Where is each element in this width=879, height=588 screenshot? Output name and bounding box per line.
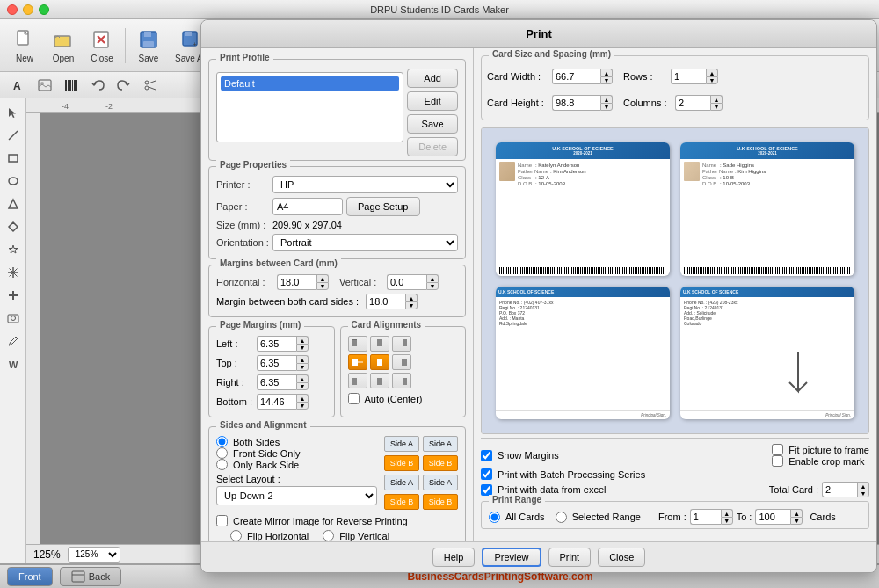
save-profile-button[interactable]: Save	[407, 114, 458, 134]
new-button[interactable]: New	[7, 24, 42, 67]
total-card-up[interactable]: ▲	[857, 482, 869, 490]
cross-tool[interactable]	[3, 285, 24, 306]
rows-down[interactable]: ▼	[706, 76, 718, 84]
print-excel-checkbox[interactable]	[481, 484, 492, 496]
traffic-lights[interactable]	[7, 4, 49, 15]
triangle-tool[interactable]	[3, 193, 24, 214]
photo-tool[interactable]	[3, 308, 24, 329]
align-bot-right[interactable]	[392, 373, 411, 388]
profile-list[interactable]: Default	[216, 72, 403, 142]
to-down[interactable]: ▼	[790, 517, 803, 525]
card-width-input[interactable]	[552, 69, 600, 84]
redo-button[interactable]	[113, 76, 135, 95]
side-b-4[interactable]: Side B	[423, 494, 458, 510]
total-card-input[interactable]	[822, 482, 857, 497]
enable-crop-checkbox[interactable]	[772, 455, 783, 467]
delete-profile-button[interactable]: Delete	[407, 137, 458, 156]
to-input[interactable]	[755, 509, 790, 525]
from-down[interactable]: ▼	[721, 517, 733, 525]
horizontal-margin-up[interactable]: ▲	[316, 274, 329, 282]
right-margin-input[interactable]	[257, 374, 296, 390]
side-b-1[interactable]: Side B	[384, 455, 419, 471]
front-only-radio[interactable]	[216, 447, 228, 459]
rows-up[interactable]: ▲	[706, 69, 718, 76]
align-mid-left[interactable]	[348, 354, 367, 370]
add-profile-button[interactable]: Add	[407, 69, 458, 88]
print-button[interactable]: Print	[548, 548, 592, 567]
vertical-margin-down[interactable]: ▼	[426, 282, 439, 290]
from-up[interactable]: ▲	[721, 509, 733, 517]
align-mid-right[interactable]	[392, 354, 411, 370]
minimize-window-button[interactable]	[23, 4, 33, 15]
save-button[interactable]: Save	[131, 24, 166, 67]
margin-both-up[interactable]: ▲	[405, 294, 418, 301]
from-input[interactable]	[690, 509, 721, 525]
layout-select[interactable]: Up-Down-2	[216, 486, 377, 505]
align-bot-center[interactable]	[370, 373, 389, 388]
printer-select[interactable]: HP	[272, 176, 458, 193]
align-bot-left[interactable]	[348, 373, 367, 388]
margin-both-down[interactable]: ▼	[405, 301, 418, 309]
fit-picture-checkbox[interactable]	[772, 444, 783, 455]
text-tool-button[interactable]: A	[7, 76, 30, 95]
top-margin-up[interactable]: ▲	[296, 355, 309, 363]
right-margin-down[interactable]: ▼	[296, 382, 309, 390]
zoom-select[interactable]: 125%	[68, 547, 120, 563]
columns-up[interactable]: ▲	[710, 95, 723, 103]
barcode-tool-button[interactable]	[60, 76, 83, 95]
open-button[interactable]: Open	[46, 24, 81, 67]
rect-tool[interactable]	[3, 148, 24, 169]
flip-horizontal-radio[interactable]	[230, 530, 242, 541]
card-height-up[interactable]: ▲	[600, 95, 613, 103]
right-margin-up[interactable]: ▲	[296, 374, 309, 382]
image-tool-button[interactable]	[33, 76, 56, 95]
vertical-margin-input[interactable]	[387, 274, 426, 290]
align-mid-center[interactable]	[370, 354, 389, 370]
side-a-4[interactable]: Side A	[423, 475, 458, 490]
diamond-tool[interactable]	[3, 216, 24, 237]
left-margin-up[interactable]: ▲	[296, 336, 309, 344]
all-cards-radio[interactable]	[489, 512, 500, 523]
margin-both-input[interactable]	[366, 294, 405, 309]
auto-center-checkbox[interactable]	[348, 393, 360, 404]
side-b-3[interactable]: Side B	[384, 494, 419, 510]
bottom-margin-input[interactable]	[257, 394, 296, 410]
select-tool[interactable]	[3, 102, 24, 123]
horizontal-margin-down[interactable]: ▼	[316, 282, 329, 290]
print-batch-checkbox[interactable]	[481, 468, 492, 480]
undo-button[interactable]	[86, 76, 109, 95]
left-margin-input[interactable]	[257, 336, 296, 352]
back-tab[interactable]: Back	[60, 567, 121, 586]
maximize-window-button[interactable]	[39, 4, 49, 15]
columns-down[interactable]: ▼	[710, 103, 723, 111]
align-top-center[interactable]	[370, 336, 389, 352]
total-card-down[interactable]: ▼	[857, 490, 869, 497]
close-window-button[interactable]	[7, 4, 18, 15]
top-margin-input[interactable]	[257, 355, 296, 371]
horizontal-margin-input[interactable]	[277, 274, 316, 290]
pencil-tool[interactable]	[3, 330, 24, 352]
columns-input[interactable]	[675, 95, 710, 111]
profile-item-default[interactable]: Default	[221, 76, 399, 91]
flip-vertical-radio[interactable]	[323, 530, 334, 541]
align-top-right[interactable]	[392, 336, 411, 352]
side-b-2[interactable]: Side B	[423, 455, 458, 471]
show-margins-checkbox[interactable]	[481, 450, 492, 461]
line-tool[interactable]	[3, 125, 24, 146]
preview-button[interactable]: Preview	[482, 548, 541, 567]
edit-profile-button[interactable]: Edit	[407, 91, 458, 111]
rows-input[interactable]	[671, 69, 706, 84]
paper-input[interactable]: A4	[272, 198, 343, 215]
card-height-down[interactable]: ▼	[600, 103, 613, 111]
side-a-1[interactable]: Side A	[384, 436, 419, 452]
align-top-left[interactable]	[348, 336, 367, 352]
front-tab[interactable]: Front	[7, 567, 53, 586]
both-sides-radio[interactable]	[216, 436, 228, 447]
close-button[interactable]: Close	[84, 24, 120, 67]
side-a-2[interactable]: Side A	[423, 436, 458, 452]
back-only-radio[interactable]	[216, 459, 228, 470]
bottom-margin-down[interactable]: ▼	[296, 402, 309, 410]
selected-range-radio[interactable]	[556, 512, 567, 523]
to-up[interactable]: ▲	[790, 509, 803, 517]
ellipse-tool[interactable]	[3, 171, 24, 192]
